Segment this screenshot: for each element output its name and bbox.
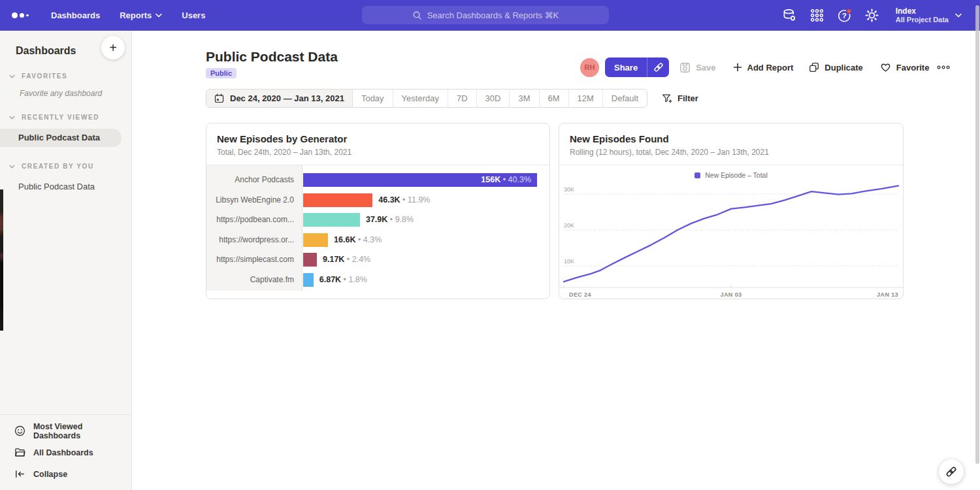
add-report-button[interactable]: Add Report [733, 63, 794, 73]
project-selector[interactable]: Index All Project Data [896, 7, 962, 24]
bar-category-label: Captivate.fm [206, 270, 302, 290]
get-link-floating-button[interactable] [939, 459, 964, 484]
favorite-button[interactable]: Favorite [880, 62, 930, 73]
bar[interactable] [303, 273, 314, 287]
y-axis-tick-label: 30K [564, 186, 574, 193]
footer-item-label: Collapse [33, 470, 67, 479]
x-axis-tick-label: DEC 24 [569, 291, 591, 298]
settings-gear-icon[interactable] [864, 8, 880, 24]
line-chart-header[interactable]: New Episodes Found Rolling (12 hours), t… [559, 123, 903, 165]
top-nav-menu: Dashboards Reports Users [51, 10, 225, 20]
bar-value-label: 37.9K • 9.8% [366, 210, 414, 230]
bar-value-label: 6.87K • 1.8% [319, 270, 367, 290]
chevron-down-icon [9, 74, 15, 78]
search-placeholder: Search Dashboards & Reports ⌘K [427, 10, 559, 20]
collapse-icon [14, 468, 25, 480]
folder-icon [14, 447, 25, 458]
save-button[interactable]: Save [679, 62, 715, 73]
sidebar-section-favorites[interactable]: FAVORITES [0, 73, 131, 80]
quick-range-yesterday[interactable]: Yesterday [393, 90, 448, 107]
bar-row[interactable]: Anchor Podcasts156K • 40.3% [206, 170, 549, 190]
quick-range-12m[interactable]: 12M [569, 90, 603, 107]
favorites-empty-text: Favorite any dashboard [0, 80, 131, 98]
project-subtitle: All Project Data [896, 16, 949, 24]
notification-dot [846, 8, 851, 13]
bar[interactable] [303, 233, 328, 247]
date-range-picker[interactable]: Dec 24, 2020 — Jan 13, 2021 [206, 90, 353, 107]
sidebar-item-public-podcast-data[interactable]: Public Podcast Data [0, 129, 122, 147]
legend-label: New Episode – Total [705, 171, 768, 179]
bar-row[interactable]: https://simplecast.com9.17K • 2.4% [206, 250, 549, 270]
copy-link-button[interactable] [647, 57, 669, 77]
bar-category-label: https://wordpress.or... [206, 230, 302, 250]
chevron-down-icon [155, 13, 162, 18]
sidebar-title: Dashboards [16, 45, 76, 56]
duplicate-button[interactable]: Duplicate [809, 62, 863, 73]
quick-range-today[interactable]: Today [353, 90, 393, 107]
sidebar-section-recently-viewed[interactable]: RECENTLY VIEWED [0, 114, 131, 121]
chevron-down-icon [955, 13, 962, 18]
quick-range-6m[interactable]: 6M [540, 90, 569, 107]
quick-range-7d[interactable]: 7D [448, 90, 477, 107]
section-label: RECENTLY VIEWED [22, 114, 99, 121]
filter-button[interactable]: Filter [662, 93, 698, 104]
top-nav-right: ? Index All Project Data [782, 0, 962, 31]
bar-row[interactable]: https://wordpress.or...16.6K • 4.3% [206, 230, 549, 250]
quick-range-default[interactable]: Default [603, 90, 647, 107]
bar[interactable] [303, 253, 317, 267]
apps-grid-icon[interactable] [809, 8, 825, 24]
main-content: Public Podcast Data Public RH Share [132, 31, 980, 490]
nav-item-dashboards[interactable]: Dashboards [51, 10, 100, 20]
project-name: Index [896, 7, 949, 16]
series-line[interactable] [564, 186, 898, 282]
line-chart-title: New Episodes Found [570, 133, 892, 144]
mixpanel-logo-icon[interactable] [12, 12, 34, 18]
line-chart-card: New Episodes Found Rolling (12 hours), t… [559, 123, 904, 299]
avatar[interactable]: RH [580, 58, 599, 77]
sidebar-item-public-podcast-data-created[interactable]: Public Podcast Data [0, 178, 131, 196]
bar[interactable] [303, 213, 360, 227]
favorite-label: Favorite [896, 63, 930, 73]
window-scrollbar[interactable] [975, 5, 979, 464]
help-icon[interactable]: ? [837, 8, 853, 24]
line-chart-legend[interactable]: New Episode – Total [559, 171, 903, 179]
bar-value-label: 16.6K • 4.3% [334, 230, 382, 250]
collapse-sidebar-button[interactable]: Collapse [0, 463, 131, 485]
page-title: Public Podcast Data [206, 49, 338, 65]
y-axis-tick-label: 10K [564, 258, 574, 265]
quick-range-group: TodayYesterday7D30D3M6M12MDefault [353, 90, 647, 107]
all-dashboards-button[interactable]: All Dashboards [0, 442, 131, 463]
bar-row[interactable]: https://podbean.com...37.9K • 9.8% [206, 210, 549, 230]
nav-item-dashboards-label: Dashboards [51, 10, 100, 20]
share-button-label: Share [605, 57, 647, 77]
x-axis-tick-label: JAN 03 [721, 291, 742, 298]
bar[interactable] [303, 193, 372, 207]
sidebar-section-created-by-you[interactable]: CREATED BY YOU [0, 163, 131, 170]
more-options-button[interactable] [937, 65, 950, 70]
more-dots-icon [937, 65, 950, 70]
most-viewed-dashboards-button[interactable]: Most Viewed Dashboards [0, 420, 131, 442]
sidebar-footer: Most Viewed Dashboards All Dashboards Co… [0, 414, 131, 490]
add-dashboard-button[interactable]: + [101, 36, 125, 59]
duplicate-label: Duplicate [825, 63, 863, 73]
bar-row[interactable]: Libsyn WebEngine 2.046.3K • 11.9% [206, 190, 549, 210]
public-badge: Public [206, 68, 237, 78]
bar-row[interactable]: Captivate.fm6.87K • 1.8% [206, 270, 549, 290]
share-button[interactable]: Share [605, 57, 669, 77]
line-chart-subtitle: Rolling (12 hours), total, Dec 24th, 202… [570, 148, 892, 157]
bar-chart-plot: Anchor Podcasts156K • 40.3%Libsyn WebEng… [206, 165, 549, 299]
line-chart-plot[interactable]: 10K20K30KDEC 24JAN 03JAN 13 [559, 180, 903, 299]
data-management-icon[interactable] [782, 8, 798, 24]
add-report-label: Add Report [747, 63, 794, 73]
svg-text:?: ? [841, 11, 846, 20]
bar-chart-title: New Episodes by Generator [217, 133, 539, 144]
nav-item-reports[interactable]: Reports [120, 10, 162, 20]
nav-item-users[interactable]: Users [182, 10, 205, 20]
search-input[interactable]: Search Dashboards & Reports ⌘K [362, 6, 609, 24]
quick-range-3m[interactable]: 3M [510, 90, 539, 107]
bar-chart-header[interactable]: New Episodes by Generator Total, Dec 24t… [206, 123, 549, 165]
chevron-down-icon [9, 165, 15, 169]
smiley-icon [14, 425, 25, 436]
quick-range-30d[interactable]: 30D [477, 90, 510, 107]
link-icon [945, 466, 957, 478]
